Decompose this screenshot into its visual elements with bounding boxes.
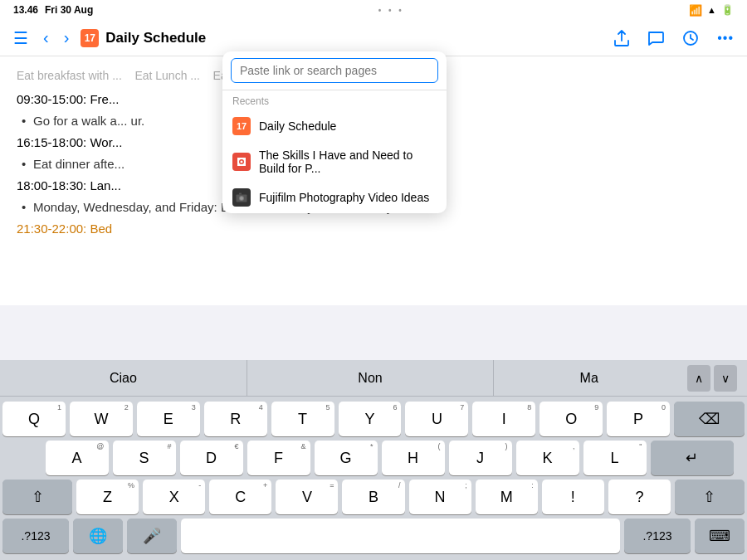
key-row-2: @A #S €D &F *G (H )J ,K "L ↵ — [2, 441, 745, 475]
key-exclamation[interactable]: ! — [542, 480, 604, 514]
page-icon: 17 — [81, 29, 99, 47]
search-popup: Recents 17 Daily Schedule The Skills I H… — [222, 51, 447, 213]
battery-icon: 🔋 — [721, 4, 734, 16]
key-j[interactable]: )J — [449, 441, 512, 475]
key-p[interactable]: 0P — [607, 402, 670, 436]
forward-button[interactable]: › — [61, 27, 73, 49]
more-options-button[interactable]: ••• — [714, 29, 737, 47]
mic-key[interactable]: 🎤 — [127, 519, 177, 553]
recent-item-label-2: The Skills I Have and Need to Build for … — [259, 149, 437, 175]
key-m[interactable]: :M — [476, 480, 538, 514]
recent-icon-camera — [232, 188, 251, 207]
comment-button[interactable] — [644, 29, 667, 47]
key-row-1: 1Q 2W 3E 4R 5T 6Y 7U 8I 9O 0P ⌫ — [2, 402, 745, 436]
sidebar-toggle-button[interactable]: ☰ — [10, 27, 32, 50]
autocomplete-ma[interactable]: Ma — [497, 371, 681, 386]
status-bar: 13.46 Fri 30 Aug • • • 📶 ▲ 🔋 — [0, 0, 747, 20]
space-key[interactable] — [181, 519, 620, 553]
key-y[interactable]: 6Y — [339, 402, 402, 436]
key-s[interactable]: #S — [113, 441, 176, 475]
key-k[interactable]: ,K — [516, 441, 579, 475]
status-time: 13.46 — [13, 4, 38, 16]
key-d[interactable]: €D — [180, 441, 243, 475]
key-x[interactable]: -X — [143, 480, 205, 514]
history-button[interactable] — [679, 28, 702, 48]
shift-left-key[interactable]: ⇧ — [2, 480, 72, 514]
share-button[interactable] — [611, 28, 632, 48]
content-line-8: 21:30-22:00: Bed — [17, 219, 730, 239]
keyboard-rows: 1Q 2W 3E 4R 5T 6Y 7U 8I 9O 0P ⌫ @A #S €D… — [0, 397, 747, 560]
key-z[interactable]: %Z — [76, 480, 139, 514]
keyboard-dismiss-key[interactable]: ⌨ — [695, 519, 745, 553]
key-g[interactable]: *G — [315, 441, 378, 475]
key-v[interactable]: =V — [276, 480, 338, 514]
search-input[interactable] — [231, 58, 438, 83]
recent-item-label-3: Fujifilm Photography Video Ideas — [259, 191, 429, 204]
key-c[interactable]: +C — [209, 480, 271, 514]
key-h[interactable]: (H — [382, 441, 445, 475]
arrow-down-button[interactable]: ∨ — [714, 365, 737, 392]
shift-right-key[interactable]: ⇧ — [675, 480, 745, 514]
svg-point-5 — [240, 197, 243, 200]
key-l[interactable]: "L — [583, 441, 647, 475]
wifi-icon: 📶 — [689, 4, 702, 17]
recent-item-daily-schedule[interactable]: 17 Daily Schedule — [222, 110, 447, 142]
recent-icon-book — [232, 153, 251, 171]
key-o[interactable]: 9O — [540, 402, 603, 436]
key-r[interactable]: 4R — [204, 402, 267, 436]
key-a[interactable]: @A — [46, 441, 109, 475]
arrow-up-button[interactable]: ∧ — [687, 365, 710, 392]
recent-item-fujii[interactable]: Fujifilm Photography Video Ideas — [222, 182, 447, 213]
numbers-key-right[interactable]: .?123 — [624, 519, 691, 553]
keyboard-area: Ciao Non Ma ∧ ∨ 1Q 2W 3E 4R 5T 6Y 7U 8I … — [0, 360, 747, 560]
key-w[interactable]: 2W — [70, 402, 133, 436]
back-button[interactable]: ‹ — [40, 27, 52, 49]
search-input-wrapper — [222, 51, 447, 90]
autocomplete-ciao[interactable]: Ciao — [0, 360, 247, 396]
return-key[interactable]: ↵ — [651, 441, 734, 475]
key-row-3: ⇧ %Z -X +C =V /B ;N :M ! ? ⇧ — [2, 480, 745, 514]
key-q[interactable]: 1Q — [2, 402, 66, 436]
key-u[interactable]: 7U — [405, 402, 468, 436]
recents-label: Recents — [222, 90, 447, 110]
key-n[interactable]: ;N — [409, 480, 471, 514]
svg-rect-6 — [239, 193, 242, 195]
key-question[interactable]: ? — [608, 480, 671, 514]
globe-key[interactable]: 🌐 — [73, 519, 123, 553]
key-e[interactable]: 3E — [137, 402, 200, 436]
key-t[interactable]: 5T — [271, 402, 334, 436]
svg-point-2 — [241, 161, 243, 163]
backspace-key[interactable]: ⌫ — [674, 402, 745, 436]
autocomplete-bar: Ciao Non Ma ∧ ∨ — [0, 360, 747, 397]
status-date: Fri 30 Aug — [45, 4, 93, 16]
three-dots-center: • • • — [378, 6, 404, 15]
key-b[interactable]: /B — [342, 480, 404, 514]
key-i[interactable]: 8I — [472, 402, 535, 436]
recent-item-skills[interactable]: The Skills I Have and Need to Build for … — [222, 142, 447, 182]
key-f[interactable]: &F — [247, 441, 310, 475]
recent-icon-calendar: 17 — [232, 117, 251, 135]
autocomplete-arrows: ∧ ∨ — [681, 365, 744, 392]
recent-item-label-1: Daily Schedule — [259, 119, 336, 133]
autocomplete-non[interactable]: Non — [247, 360, 495, 396]
numbers-key[interactable]: .?123 — [2, 519, 69, 553]
key-row-4: .?123 🌐 🎤 .?123 ⌨ — [2, 519, 745, 553]
page-title: Daily Schedule — [105, 30, 206, 46]
signal-icon: ▲ — [707, 5, 716, 15]
